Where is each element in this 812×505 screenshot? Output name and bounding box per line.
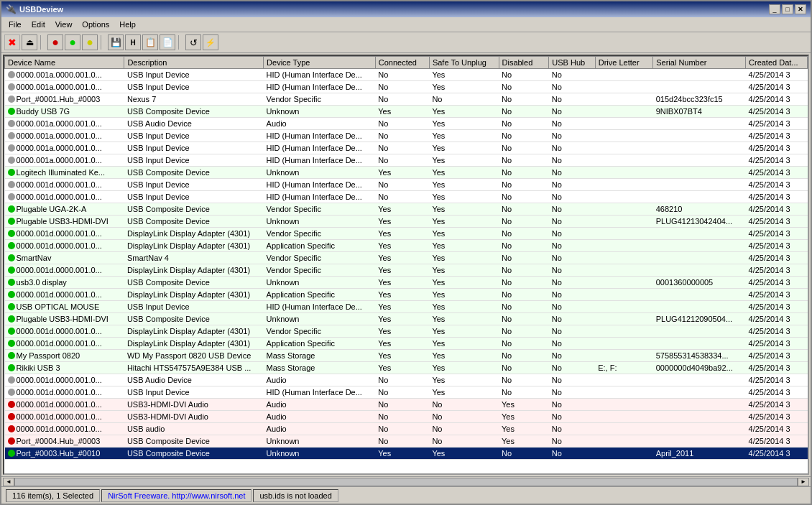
col-header-drive[interactable]: Drive Letter: [595, 57, 653, 69]
col-header-device[interactable]: Device Name: [5, 57, 124, 69]
device-table-container[interactable]: Device Name Description Device Type Conn…: [3, 55, 809, 475]
device-name: 0000.001a.0000.001.0...: [17, 144, 102, 152]
cell-serial: 0001360000005: [653, 277, 746, 289]
cell-disabled: No: [499, 228, 549, 240]
menu-view[interactable]: View: [51, 19, 77, 30]
status-indicator: [8, 83, 15, 91]
scroll-left[interactable]: ◄: [3, 478, 14, 486]
status-indicator: [8, 157, 15, 164]
cell-drive: [595, 325, 653, 338]
table-row[interactable]: Port_#0003.Hub_#0010 USB Composite Devic…: [5, 448, 808, 460]
col-header-disabled[interactable]: Disabled: [499, 57, 549, 69]
cell-serial: [653, 191, 746, 203]
table-row[interactable]: 0000.001a.0000.001.0... USB Audio Device…: [5, 118, 808, 130]
device-name: 0000.001d.0000.001.0...: [17, 425, 102, 433]
maximize-button[interactable]: □: [782, 4, 793, 14]
menu-options[interactable]: Options: [78, 19, 114, 30]
table-row[interactable]: Plugable USB3-HDMI-DVI USB Composite Dev…: [5, 216, 808, 228]
toolbar-report[interactable]: 📄: [160, 34, 175, 50]
table-row[interactable]: Plugable USB3-HDMI-DVI USB Composite Dev…: [5, 313, 808, 325]
cell-desc: USB Input Device: [124, 179, 264, 191]
toolbar-green-dot[interactable]: ●: [65, 34, 80, 50]
toolbar-html[interactable]: H: [125, 34, 141, 50]
col-header-connected[interactable]: Connected: [375, 57, 429, 69]
scroll-right[interactable]: ►: [798, 478, 809, 486]
toolbar-yellow-dot[interactable]: ●: [82, 34, 98, 50]
table-row[interactable]: 0000.001d.0000.001.0... USB Audio Device…: [5, 374, 808, 386]
device-name: 0000.001a.0000.001.0...: [17, 70, 102, 79]
cell-hub: No: [549, 118, 595, 130]
table-row[interactable]: 0000.001d.0000.001.0... DisplayLink Disp…: [5, 325, 808, 338]
device-name: 0000.001d.0000.001.0...: [17, 400, 102, 409]
minimize-button[interactable]: _: [769, 4, 780, 14]
cell-disabled: No: [499, 93, 549, 106]
table-row[interactable]: 0000.001d.0000.001.0... USB audioAudioNo…: [5, 423, 808, 435]
table-row[interactable]: 0000.001a.0000.001.0... USB Input Device…: [5, 69, 808, 81]
table-row[interactable]: Logitech Illuminated Ke... USB Composite…: [5, 167, 808, 179]
col-header-type[interactable]: Device Type: [264, 57, 376, 69]
table-row[interactable]: 0000.001d.0000.001.0... USB Input Device…: [5, 386, 808, 399]
col-header-safe[interactable]: Safe To Unplug: [429, 57, 499, 69]
toolbar-copy[interactable]: 📋: [142, 34, 158, 50]
cell-type: HID (Human Interface De...: [264, 179, 376, 191]
horizontal-scrollbar[interactable]: [14, 478, 798, 486]
table-row[interactable]: My Passport 0820 WD My Passport 0820 USB…: [5, 350, 808, 362]
toolbar-eject[interactable]: ⏏: [22, 34, 37, 50]
cell-hub: No: [549, 240, 595, 252]
table-row[interactable]: SmartNav SmartNav 4Vendor SpecificYesYes…: [5, 252, 808, 264]
cell-type: Vendor Specific: [264, 252, 376, 264]
cell-created: 4/25/2014 3: [746, 313, 808, 325]
cell-type: HID (Human Interface De...: [264, 81, 376, 93]
cell-type: Unknown: [264, 435, 376, 448]
table-row[interactable]: 0000.001d.0000.001.0... USB Input Device…: [5, 179, 808, 191]
cell-drive: [595, 203, 653, 216]
cell-type: Unknown: [264, 106, 376, 118]
toolbar-red-dot[interactable]: ●: [47, 34, 63, 50]
table-row[interactable]: Port_#0001.Hub_#0003 Nexus 7Vendor Speci…: [5, 93, 808, 106]
close-button[interactable]: ✕: [795, 4, 806, 14]
cell-hub: No: [549, 411, 595, 423]
menu-help[interactable]: Help: [115, 19, 140, 30]
device-name: My Passport 0820: [17, 351, 80, 360]
table-row[interactable]: 0000.001a.0000.001.0... USB Input Device…: [5, 81, 808, 93]
cell-device: 0000.001d.0000.001.0...: [5, 179, 124, 191]
table-row[interactable]: Plugable UGA-2K-A USB Composite DeviceVe…: [5, 203, 808, 216]
cell-type: HID (Human Interface De...: [264, 142, 376, 154]
table-row[interactable]: Rikiki USB 3 Hitachi HTS547575A9E384 USB…: [5, 362, 808, 374]
col-header-description[interactable]: Description: [124, 57, 264, 69]
cell-desc: USB Composite Device: [124, 203, 264, 216]
cell-desc: Hitachi HTS547575A9E384 USB ...: [124, 362, 264, 374]
table-row[interactable]: 0000.001d.0000.001.0... USB3-HDMI-DVI Au…: [5, 399, 808, 411]
cell-device: Port_#0001.Hub_#0003: [5, 93, 124, 106]
col-header-serial[interactable]: Serial Number: [653, 57, 746, 69]
col-header-created[interactable]: Created Dat...: [746, 57, 808, 69]
toolbar-refresh[interactable]: ↺: [185, 34, 201, 50]
table-row[interactable]: USB OPTICAL MOUSE USB Input DeviceHID (H…: [5, 301, 808, 313]
table-row[interactable]: 0000.001a.0000.001.0... USB Input Device…: [5, 130, 808, 142]
cell-safe: Yes: [429, 228, 499, 240]
menu-edit[interactable]: Edit: [27, 19, 50, 30]
table-row[interactable]: 0000.001a.0000.001.0... USB Input Device…: [5, 154, 808, 167]
table-row[interactable]: 0000.001d.0000.001.0... DisplayLink Disp…: [5, 228, 808, 240]
table-row[interactable]: 0000.001d.0000.001.0... DisplayLink Disp…: [5, 264, 808, 277]
table-row[interactable]: 0000.001d.0000.001.0... DisplayLink Disp…: [5, 338, 808, 350]
table-row[interactable]: 0000.001d.0000.001.0... DisplayLink Disp…: [5, 289, 808, 301]
toolbar-usb[interactable]: ⚡: [203, 34, 218, 50]
cell-safe: Yes: [429, 203, 499, 216]
menu-file[interactable]: File: [4, 19, 26, 30]
cell-safe: Yes: [429, 374, 499, 386]
toolbar-close[interactable]: ✖: [4, 34, 20, 50]
cell-hub: No: [549, 69, 595, 81]
cell-hub: No: [549, 203, 595, 216]
toolbar-save[interactable]: 💾: [108, 34, 124, 50]
status-indicator: [8, 303, 15, 310]
table-row[interactable]: 0000.001d.0000.001.0... USB Input Device…: [5, 191, 808, 203]
table-row[interactable]: 0000.001d.0000.001.0... USB3-HDMI-DVI Au…: [5, 411, 808, 423]
table-row[interactable]: Port_#0004.Hub_#0003 USB Composite Devic…: [5, 435, 808, 448]
col-header-hub[interactable]: USB Hub: [549, 57, 595, 69]
table-row[interactable]: usb3.0 display USB Composite DeviceUnkno…: [5, 277, 808, 289]
table-row[interactable]: 0000.001a.0000.001.0... USB Input Device…: [5, 142, 808, 154]
table-row[interactable]: 0000.001d.0000.001.0... DisplayLink Disp…: [5, 240, 808, 252]
cell-desc: USB Input Device: [124, 191, 264, 203]
table-row[interactable]: Buddy USB 7G USB Composite DeviceUnknown…: [5, 106, 808, 118]
